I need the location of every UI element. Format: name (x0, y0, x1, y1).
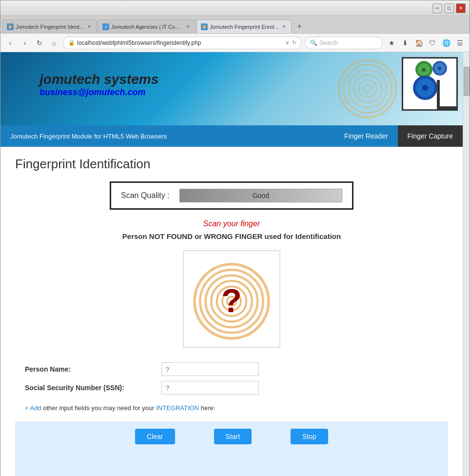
menu-icon[interactable]: ☰ (454, 37, 466, 49)
tab-favicon-1: J (102, 23, 109, 30)
nav-finger-reader[interactable]: Finger Reader (334, 125, 398, 147)
header-logo (402, 57, 458, 111)
scan-result: Person NOT FOUND or WRONG FINGER used fo… (15, 232, 448, 240)
site-nav: Jomutech Fingerprint Module for HTML5 We… (0, 125, 463, 147)
stop-button[interactable]: Stop (291, 429, 328, 444)
tab-close-2[interactable]: ✕ (280, 23, 287, 30)
ssn-input[interactable] (161, 381, 259, 395)
tab-close-1[interactable]: ✕ (184, 23, 191, 30)
svg-point-1 (344, 65, 392, 113)
bookmark-icon[interactable]: ★ (386, 37, 397, 49)
clear-button[interactable]: Clear (135, 429, 175, 444)
browser-window: ─ □ ✕ 🖐 Jomutech Fingerprint Ident... ✕ … (0, 0, 470, 476)
tab-0[interactable]: 🖐 Jomutech Fingerprint Ident... ✕ (2, 20, 97, 33)
navigation-bar: ‹ › ↻ ⌂ 🔒 localhost/webfphtml5browsers/f… (0, 34, 470, 52)
form-row-name: Person Name: (25, 362, 438, 376)
tab-label-0: Jomutech Fingerprint Ident... (16, 24, 84, 30)
svg-point-0 (339, 60, 396, 118)
scrollbar-thumb[interactable] (464, 67, 470, 96)
site-email: business@jomutech.com (39, 87, 158, 98)
refresh-icon: ↻ (292, 40, 296, 46)
svg-point-3 (353, 75, 381, 102)
search-placeholder: Search (319, 40, 338, 46)
form-row-ssn: Social Security Number (SSN): (25, 381, 438, 395)
reload-button[interactable]: ↻ (34, 37, 45, 49)
lock-icon: 🔒 (68, 40, 75, 46)
ssn-label: Social Security Number (SSN): (25, 384, 161, 392)
fingerprint-watermark (336, 57, 399, 120)
search-bar[interactable]: 🔍 Search (305, 37, 383, 49)
form-section: Person Name: Social Security Number (SSN… (15, 362, 448, 395)
nav-icons: ★ ⬇ 🏠 🛡 🌐 ☰ (386, 37, 466, 49)
globe-icon[interactable]: 🌐 (440, 37, 452, 49)
fingerprint-image-area: ? (183, 250, 280, 348)
fingerprint-svg: ? (185, 253, 278, 345)
page-area: jomutech systems business@jomutech.com J… (0, 52, 470, 476)
svg-point-4 (359, 80, 376, 98)
title-bar: ─ □ ✕ (0, 0, 470, 16)
add-fields-suffix: here: (201, 404, 215, 412)
person-name-label: Person Name: (25, 365, 161, 373)
scan-quality-bar: Good (179, 189, 342, 202)
buttons-area: Clear Start Stop (15, 421, 448, 452)
site-title: jomutech systems (39, 72, 158, 87)
tabs-bar: 🖐 Jomutech Fingerprint Ident... ✕ J Jomu… (0, 16, 470, 34)
tab-favicon-0: 🖐 (7, 23, 14, 30)
new-tab-button[interactable]: + (293, 20, 306, 33)
tab-label-2: Jomutech Fingerprint Enrol... (210, 24, 278, 30)
nav-finger-capture[interactable]: Finger Capture (398, 125, 463, 147)
nav-brand: Jomutech Fingerprint Module for HTML5 We… (0, 133, 334, 140)
url-bar[interactable]: 🔒 localhost/webfphtml5browsers/fingeride… (63, 37, 302, 49)
tab-label-1: Jomutech Agencies | IT Consul... (111, 24, 182, 30)
person-name-input[interactable] (161, 362, 259, 376)
start-button[interactable]: Start (214, 429, 252, 444)
main-content: Fingerprint Identification Scan Quality … (0, 147, 463, 476)
scan-quality-value: Good (253, 192, 269, 199)
tab-close-0[interactable]: ✕ (86, 23, 93, 30)
add-link[interactable]: + Add (25, 404, 41, 412)
page-content: jomutech systems business@jomutech.com J… (0, 52, 463, 476)
home-button[interactable]: ⌂ (48, 37, 60, 49)
url-text: localhost/webfphtml5browsers/fingerident… (77, 40, 283, 46)
add-fields-text: other input fields you may need for your (43, 404, 154, 412)
add-fields: + Add other input fields you may need fo… (15, 404, 448, 412)
minimize-button[interactable]: ─ (432, 3, 442, 13)
site-header: jomutech systems business@jomutech.com (0, 52, 463, 125)
window-controls: ─ □ ✕ (432, 3, 466, 13)
scan-prompt: Scan your finger (15, 219, 448, 228)
svg-point-5 (364, 85, 372, 93)
scan-quality-box: Scan Quality : Good (110, 181, 353, 210)
shield-icon[interactable]: 🛡 (427, 37, 438, 49)
tab-favicon-2: 🖐 (201, 23, 208, 30)
house-icon[interactable]: 🏠 (413, 37, 425, 49)
scan-quality-label: Scan Quality : (121, 191, 170, 200)
dropdown-icon: ▼ (285, 40, 290, 46)
integration-link[interactable]: INTEGRATION (156, 404, 199, 412)
search-icon: 🔍 (310, 40, 317, 46)
download-icon[interactable]: ⬇ (399, 37, 411, 49)
back-button[interactable]: ‹ (4, 37, 16, 49)
close-button[interactable]: ✕ (456, 3, 466, 13)
page-title: Fingerprint Identification (15, 157, 448, 172)
svg-text:?: ? (221, 282, 242, 319)
scrollbar[interactable] (463, 52, 470, 476)
tab-1[interactable]: J Jomutech Agencies | IT Consul... ✕ (98, 20, 196, 33)
tab-2[interactable]: 🖐 Jomutech Fingerprint Enrol... ✕ (196, 20, 292, 33)
forward-button[interactable]: › (19, 37, 31, 49)
maximize-button[interactable]: □ (444, 3, 454, 13)
header-text: jomutech systems business@jomutech.com (39, 72, 158, 98)
bottom-spacer (15, 452, 448, 476)
